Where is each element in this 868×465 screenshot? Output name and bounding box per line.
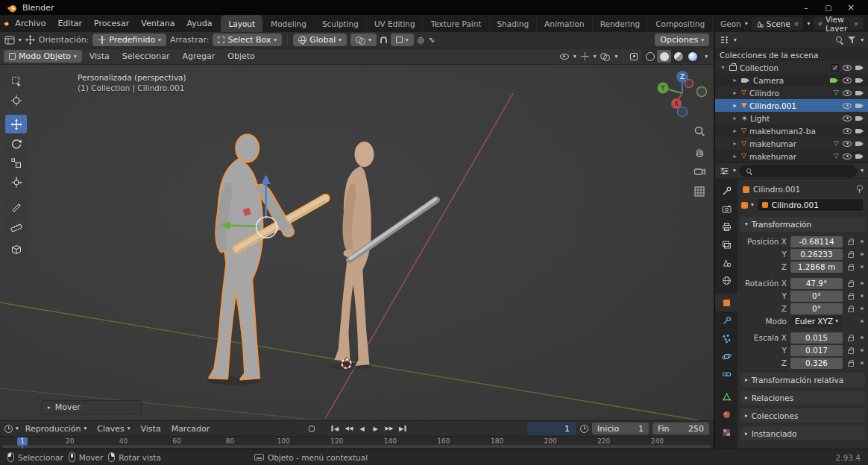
outliner-row-makehumar-2[interactable]: ▸ ▽ makehumar ▽ (715, 150, 868, 162)
tab-world[interactable] (715, 271, 738, 289)
menu-procesar[interactable]: Procesar (88, 15, 135, 32)
render-visibility-icon[interactable] (855, 65, 864, 71)
properties-options-chevron-icon[interactable]: ▾ (861, 168, 864, 174)
transform-pivot-dropdown[interactable]: ▾ (350, 34, 377, 46)
prev-keyframe-button[interactable]: ◀◀ (343, 423, 354, 434)
timeline-editor-chevron-icon[interactable]: ▾ (16, 426, 19, 431)
tab-view-layer[interactable] (715, 235, 738, 253)
menu-ventana[interactable]: Ventana (135, 15, 180, 32)
active-tool-move-icon[interactable] (25, 35, 35, 45)
outliner-row-collection[interactable]: ▾ Collection ✓ (715, 61, 868, 74)
scene-browse-icon[interactable]: ▾ (745, 21, 748, 27)
shading-chevron-icon[interactable]: ▾ (705, 54, 708, 60)
timeline-scrollbar-thumb[interactable] (2, 445, 711, 448)
animate-dot-icon[interactable] (861, 294, 864, 297)
menu-vista[interactable]: Vista (84, 51, 115, 61)
section-relations[interactable]: ▸ Relaciones (740, 390, 865, 405)
workspace-tab-compositing[interactable]: Compositing (647, 15, 712, 32)
tab-output[interactable] (715, 218, 738, 235)
operator-panel-mover[interactable]: ▸ Mover (41, 400, 142, 414)
play-button[interactable]: ▶ (370, 423, 381, 434)
outliner-row-camera[interactable]: ▸ Camera (715, 74, 868, 86)
blender-menu-icon[interactable] (3, 19, 9, 28)
tab-object-data[interactable] (715, 388, 738, 405)
properties-search-field[interactable] (740, 165, 857, 177)
animate-dot-icon[interactable] (861, 282, 864, 285)
hide-eye-icon[interactable] (843, 103, 852, 109)
annotate-tool-button[interactable] (5, 197, 27, 215)
animate-dot-icon[interactable] (861, 240, 864, 243)
animate-dot-icon[interactable] (861, 336, 864, 339)
workspace-tab-sculpting[interactable]: Sculpting (314, 15, 366, 32)
play-reverse-button[interactable]: ◀ (356, 423, 368, 434)
render-visibility-icon[interactable] (855, 154, 864, 159)
transform-space-dropdown[interactable]: Global ▾ (293, 34, 347, 46)
tab-tool[interactable] (715, 182, 738, 200)
properties-editor-icon[interactable] (720, 167, 729, 175)
tab-texture[interactable] (715, 423, 738, 441)
expander-icon[interactable]: ▾ (720, 64, 726, 71)
animate-dot-icon[interactable] (861, 265, 864, 268)
visibility-chevron-icon[interactable]: ▾ (573, 54, 576, 60)
rotate-tool-button[interactable] (5, 134, 27, 153)
outliner-row-light[interactable]: ▸ ☀ Light (715, 112, 868, 124)
gizmos-toggle-icon[interactable] (581, 52, 589, 60)
render-visibility-icon[interactable] (855, 141, 864, 147)
editor-type-chevron-icon[interactable]: ▾ (19, 37, 22, 43)
orthographic-grid-icon[interactable] (693, 185, 706, 198)
lock-icon[interactable] (848, 337, 854, 341)
editor-type-icon[interactable] (4, 36, 15, 45)
location-z-field[interactable]: 1.2868 m (790, 262, 843, 273)
timeline-marker-menu[interactable]: Marcador (168, 424, 214, 434)
timeline-scrollbar[interactable] (2, 445, 711, 448)
animate-dot-icon[interactable] (861, 320, 864, 323)
minimize-button[interactable]: – (795, 0, 817, 15)
drag-mode-dropdown[interactable]: Select Box ▾ (213, 34, 282, 46)
move-tool-button[interactable] (5, 115, 27, 133)
hide-eye-icon[interactable] (843, 90, 852, 96)
playhead-frame-label[interactable]: 1 (17, 437, 28, 446)
expander-icon[interactable]: ▸ (732, 115, 738, 121)
outliner-editor-icon[interactable] (720, 36, 729, 44)
lock-icon[interactable] (848, 282, 854, 287)
scale-y-field[interactable]: 0.017 (790, 345, 843, 356)
camera-view-icon[interactable] (693, 165, 706, 178)
render-visibility-icon[interactable] (855, 116, 864, 121)
jump-to-start-button[interactable]: ◀ (330, 423, 341, 434)
workspace-tab-texture-paint[interactable]: Texture Paint (423, 15, 489, 32)
expander-icon[interactable]: ▸ (732, 153, 738, 159)
lock-icon[interactable] (848, 295, 854, 300)
render-visibility-icon[interactable] (855, 90, 864, 96)
hide-eye-icon[interactable] (843, 141, 852, 147)
gizmos-chevron-icon[interactable]: ▾ (594, 54, 597, 60)
visibility-eye-icon[interactable] (560, 54, 569, 60)
animate-dot-icon[interactable] (861, 361, 864, 364)
add-cube-tool-button[interactable] (5, 240, 27, 259)
outliner-filter-chevron-icon[interactable]: ▾ (861, 37, 864, 43)
render-visibility-icon[interactable] (855, 103, 864, 109)
tab-scene[interactable] (715, 253, 738, 271)
shading-material-button[interactable] (671, 50, 685, 63)
menu-objeto[interactable]: Objeto (222, 51, 260, 61)
scene-selector[interactable]: Scene × (752, 17, 804, 30)
outliner-row-scene-collection[interactable]: Colecciones de la escena (715, 48, 868, 61)
pin-icon[interactable] (855, 185, 863, 194)
menu-editar[interactable]: Editar (51, 15, 88, 32)
expander-icon[interactable]: ▸ (732, 77, 738, 83)
frame-end-field[interactable]: Fin250 (652, 423, 709, 434)
current-frame-field[interactable]: 1 (527, 423, 576, 434)
use-preview-range-icon[interactable] (580, 425, 588, 433)
tab-particles[interactable] (715, 329, 738, 347)
workspace-tab-animation[interactable]: Animation (536, 15, 592, 32)
frame-start-field[interactable]: Inicio1 (592, 423, 649, 434)
breadcrumb-object-name[interactable]: Cilindro.001 (753, 185, 800, 194)
view-layer-unlink-icon[interactable]: × (853, 20, 859, 28)
lock-icon[interactable] (848, 362, 854, 367)
jump-to-end-button[interactable]: ▶ (397, 423, 408, 434)
shading-solid-button[interactable] (657, 50, 671, 63)
view-layer-selector[interactable]: View Layer × (814, 17, 864, 30)
tab-render[interactable] (715, 200, 738, 218)
menu-seleccionar[interactable]: Seleccionar (117, 51, 175, 61)
options-dropdown[interactable]: Opciones ▾ (655, 34, 709, 46)
tab-physics[interactable] (715, 347, 738, 365)
